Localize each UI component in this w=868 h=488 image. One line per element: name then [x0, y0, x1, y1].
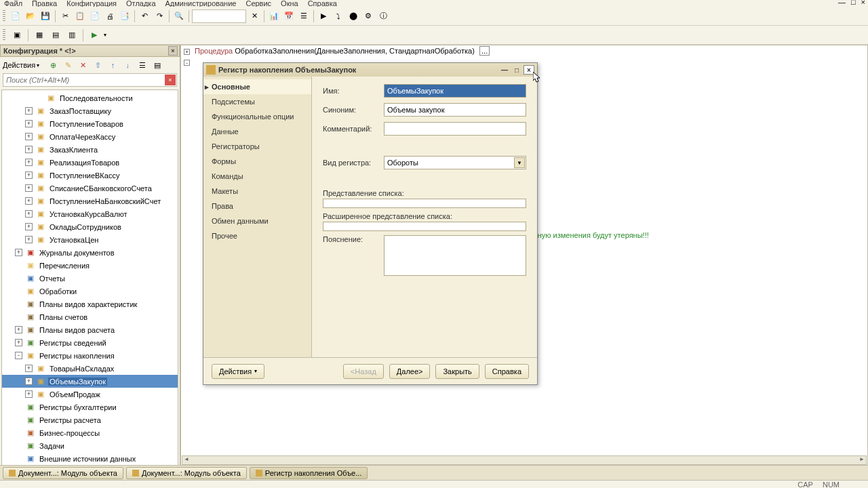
run-button[interactable]: ▶ [87, 28, 101, 42]
nav-1[interactable]: Подсистемы [203, 94, 311, 109]
tree-item[interactable]: +▣ЗаказПоставщику [2, 104, 178, 117]
nav-9[interactable]: Обмен данными [203, 214, 311, 228]
add-button[interactable]: ⊕ [46, 58, 60, 72]
config-tree[interactable]: ▣Последовательности+▣ЗаказПоставщику+▣По… [1, 89, 178, 483]
dialog-actions-button[interactable]: Действия▾ [212, 364, 264, 379]
expand-icon[interactable]: - [15, 352, 22, 359]
expand-icon[interactable]: + [25, 146, 33, 153]
sidebar-actions-label[interactable]: Действия [3, 61, 35, 69]
search-input[interactable] [3, 73, 177, 87]
tb-x-button[interactable]: ✕ [248, 9, 261, 23]
new-button[interactable]: 📄 [9, 9, 22, 23]
tree-item[interactable]: +▣ОкладыСотрудников [2, 220, 178, 233]
nav-2[interactable]: Функциональные опции [203, 109, 311, 124]
taskbar-item[interactable]: Документ...: Модуль объекта [126, 467, 247, 479]
tree-item[interactable]: ▣Планы счетов [2, 310, 178, 323]
nav-10[interactable]: Прочее [203, 228, 311, 243]
delete-button[interactable]: ✕ [76, 58, 90, 72]
nav-3[interactable]: Данные [203, 124, 311, 139]
tree-item[interactable]: +▣ОплатаЧерезКассу [2, 130, 178, 143]
calendar-button[interactable]: 📅 [282, 9, 296, 23]
sort-up-button[interactable]: ↑ [106, 58, 119, 72]
expand-icon[interactable]: + [25, 210, 33, 218]
tree-item[interactable]: +▣РеализацияТоваров [2, 156, 178, 169]
tree-item[interactable]: ▣Задачи [2, 439, 178, 452]
expand-icon[interactable]: + [25, 107, 33, 115]
menu-конфигурация[interactable]: Конфигурация [66, 0, 117, 7]
taskbar-item[interactable]: Регистр накопления Объе... [250, 467, 368, 479]
toolbar-dropdown[interactable] [192, 9, 246, 23]
close-icon[interactable]: × [861, 0, 865, 6]
expand-icon[interactable]: + [25, 223, 33, 230]
compare-button[interactable]: 📑 [118, 9, 132, 23]
settings-button[interactable]: ⚙ [361, 9, 375, 23]
tool-2[interactable]: ▦ [33, 28, 46, 42]
props-button[interactable]: ☰ [297, 9, 311, 23]
nav-7[interactable]: Макеты [203, 184, 311, 199]
open-button[interactable]: 📂 [24, 9, 37, 23]
calc-button[interactable]: 📊 [267, 9, 281, 23]
sidebar-close-button[interactable]: × [168, 46, 178, 56]
tree-item[interactable]: +▣ЗаказКлиента [2, 143, 178, 156]
menu-сервис[interactable]: Сервис [245, 0, 271, 7]
extlistpres-input[interactable] [323, 222, 526, 231]
find-button[interactable]: 🔍 [172, 9, 186, 23]
paste-button[interactable]: 📄 [88, 9, 102, 23]
menu-справка[interactable]: Справка [308, 0, 337, 7]
print-button[interactable]: 🖨 [103, 9, 117, 23]
nav-4[interactable]: Регистраторы [203, 139, 311, 154]
tree-item[interactable]: +▣ПоступлениеНаБанковскийСчет [2, 195, 178, 207]
tree-item[interactable]: +▣УстановкаЦен [2, 233, 178, 246]
debug-step-button[interactable]: ⤵ [332, 9, 345, 23]
tree-item[interactable]: ▣Регистры расчета [2, 413, 178, 426]
tree-item[interactable]: -▣Регистры накопления [2, 349, 178, 362]
list-button[interactable]: ☰ [136, 58, 149, 72]
expand-icon[interactable]: + [25, 159, 33, 166]
tree-item[interactable]: +▣Регистры сведений [2, 336, 178, 349]
tree-item[interactable]: +▣ТоварыНаСкладах [2, 362, 178, 375]
close-button[interactable]: Закрыть [435, 364, 479, 379]
redo-button[interactable]: ↷ [153, 9, 166, 23]
expand-icon[interactable]: + [25, 197, 33, 205]
tree-item[interactable]: +▣ОбъемПродаж [2, 388, 178, 401]
nav-0[interactable]: Основные [203, 79, 311, 94]
tool-1[interactable]: ▣ [10, 28, 24, 42]
debug-break-button[interactable]: ⬤ [347, 9, 360, 23]
tree-item[interactable]: +▣Планы видов расчета [2, 323, 178, 336]
comment-input[interactable] [384, 122, 526, 136]
dialog-titlebar[interactable]: Регистр накопления ОбъемыЗакупок — □ × [203, 63, 537, 77]
minimize-icon[interactable]: — [838, 0, 846, 6]
expand-icon[interactable]: + [25, 120, 33, 127]
listpres-input[interactable] [323, 199, 526, 208]
edit-button[interactable]: ✎ [61, 58, 75, 72]
tree-item[interactable]: +▣Журналы документов [2, 246, 178, 259]
menu-отладка[interactable]: Отладка [126, 0, 155, 7]
tree-item[interactable]: ▣Бизнес-процессы [2, 426, 178, 439]
dropdown-icon[interactable]: ▼ [514, 157, 525, 168]
expand-icon[interactable]: + [25, 378, 33, 385]
tree-item[interactable]: +▣УстановкаКурсаВалют [2, 207, 178, 220]
expand-icon[interactable]: + [25, 390, 33, 398]
tree-item[interactable]: +▣ПоступлениеВКассу [2, 169, 178, 182]
tree-item[interactable]: ▣Планы видов характеристик [2, 298, 178, 310]
name-input[interactable] [384, 84, 526, 98]
cut-button[interactable]: ✂ [58, 9, 72, 23]
menu-правка[interactable]: Правка [32, 0, 57, 7]
tree-item[interactable]: ▣Внешние источники данных [2, 452, 178, 465]
tree-item[interactable]: ▣Отчеты [2, 272, 178, 285]
sort-down-button[interactable]: ↓ [121, 58, 134, 72]
expand-icon[interactable]: + [15, 326, 22, 333]
dialog-maximize-button[interactable]: □ [511, 65, 522, 75]
debug-run-button[interactable]: ▶ [317, 9, 330, 23]
expand-icon[interactable]: + [25, 171, 33, 179]
nav-5[interactable]: Формы [203, 154, 311, 169]
nav-8[interactable]: Права [203, 199, 311, 214]
filter-button[interactable]: ▤ [151, 58, 164, 72]
menu-администрирование[interactable]: Администрирование [165, 0, 237, 7]
tree-item[interactable]: ▣Последовательности [2, 92, 178, 104]
expand-icon[interactable]: + [25, 184, 33, 192]
expand-icon[interactable]: + [25, 133, 33, 140]
dialog-minimize-button[interactable]: — [499, 65, 510, 75]
tree-item[interactable]: ▣Регистры бухгалтерии [2, 401, 178, 413]
tree-item[interactable]: ▣Перечисления [2, 259, 178, 272]
